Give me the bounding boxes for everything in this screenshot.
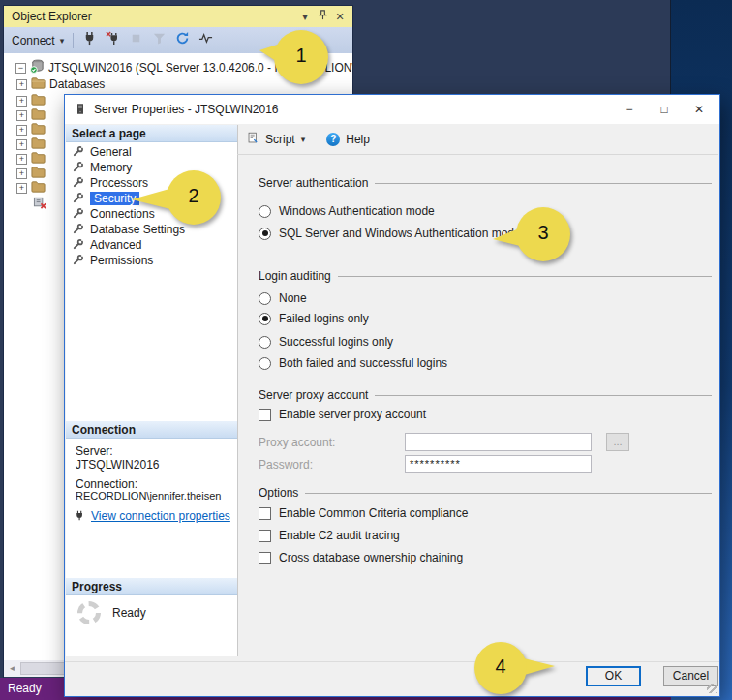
group-label: Login auditing	[259, 269, 331, 283]
expand-icon[interactable]: +	[16, 168, 27, 179]
checkbox-label: Enable server proxy account	[279, 408, 426, 421]
browse-button[interactable]: ...	[606, 433, 629, 451]
radio-icon	[259, 205, 271, 218]
expand-icon[interactable]: +	[16, 139, 27, 150]
checkbox-label: Enable C2 audit tracing	[279, 529, 400, 542]
expand-icon[interactable]: +	[16, 154, 27, 165]
wrench-icon	[73, 223, 84, 237]
help-button[interactable]: Help	[346, 133, 370, 146]
screen: Object Explorer ▾ ✕ Connect ▾	[0, 0, 732, 700]
security-page-content: Server authentication Windows Authentica…	[237, 156, 719, 660]
tree-row-databases-label: Databases	[49, 77, 105, 91]
dialog-title: Server Properties - JTSQLWIN2016	[94, 95, 279, 124]
wrench-icon	[73, 176, 84, 191]
connect-plug-icon[interactable]	[82, 31, 97, 49]
callout-4: 4	[472, 640, 559, 698]
connection-label: Connection:	[76, 477, 137, 491]
page-item-permissions[interactable]: Permissions	[66, 253, 237, 268]
radio-icon	[259, 357, 271, 370]
radio-label: SQL Server and Windows Authentication mo…	[279, 227, 521, 240]
expand-icon[interactable]: +	[16, 79, 27, 90]
radio-successful-logins-only[interactable]: Successful logins only	[259, 335, 393, 349]
page-item-general[interactable]: General	[66, 144, 237, 160]
dialog-toolbar: Script ▾ ? Help	[237, 125, 718, 155]
disconnect-plug-icon[interactable]	[106, 31, 120, 49]
script-button[interactable]: Script	[265, 133, 295, 146]
wrench-icon	[73, 145, 84, 160]
folder-icon	[31, 76, 46, 93]
expand-icon[interactable]: +	[16, 125, 27, 136]
proxy-account-input[interactable]	[405, 433, 592, 451]
help-icon: ?	[326, 133, 340, 146]
expand-icon[interactable]: +	[16, 110, 27, 121]
close-icon[interactable]: ✕	[331, 6, 349, 27]
page-item-label: Advanced	[90, 238, 141, 252]
group-label: Options	[259, 486, 298, 500]
page-item-label: General	[90, 145, 132, 159]
scroll-left-arrow-icon[interactable]: ◄	[4, 664, 20, 673]
resize-grip[interactable]	[707, 684, 717, 693]
maximize-icon[interactable]: □	[648, 96, 681, 123]
checkbox-icon	[259, 552, 271, 564]
page-item-advanced[interactable]: Advanced	[66, 237, 237, 253]
tree-row-databases[interactable]: + Databases	[16, 76, 105, 92]
wrench-icon	[73, 192, 84, 206]
sql-server-icon	[30, 59, 45, 76]
tree-row-sql-agent[interactable]	[33, 197, 47, 212]
password-input[interactable]: **********	[405, 455, 592, 473]
checkbox-cross-db-chaining[interactable]: Cross database ownership chaining	[259, 551, 463, 564]
dialog-titlebar[interactable]: Server Properties - JTSQLWIN2016 − □ ✕	[65, 95, 719, 124]
progress-header: Progress	[66, 578, 237, 595]
radio-both-failed-successful[interactable]: Both failed and successful logins	[259, 356, 447, 370]
callout-3-number: 3	[530, 222, 557, 244]
expand-icon[interactable]: +	[16, 183, 27, 194]
checkbox-common-criteria[interactable]: Enable Common Criteria compliance	[259, 506, 468, 520]
callout-2: 2	[126, 167, 227, 228]
radio-label: Failed logins only	[279, 312, 369, 325]
activity-monitor-icon[interactable]	[198, 31, 213, 49]
view-connection-properties-link[interactable]: View connection properties	[91, 509, 230, 523]
select-a-page-header: Select a page	[66, 125, 237, 142]
checkbox-icon	[259, 409, 271, 421]
group-label: Server proxy account	[259, 388, 368, 402]
wrench-icon	[73, 254, 84, 268]
connection-value: RECORDLION\jennifer.theisen	[76, 490, 221, 502]
collapse-icon[interactable]: −	[15, 63, 26, 74]
footer-divider	[65, 661, 719, 662]
checkbox-icon	[259, 507, 271, 520]
checkbox-enable-server-proxy[interactable]: Enable server proxy account	[259, 408, 426, 421]
progress-spinner-icon	[77, 601, 101, 624]
refresh-icon[interactable]	[175, 31, 190, 49]
options-group: Options	[259, 486, 712, 500]
radio-sql-windows-authentication[interactable]: SQL Server and Windows Authentication mo…	[259, 227, 521, 240]
filter-icon[interactable]	[152, 31, 167, 49]
script-caret-icon[interactable]: ▾	[301, 135, 306, 144]
radio-failed-logins-only[interactable]: Failed logins only	[259, 312, 369, 325]
connect-button[interactable]: Connect	[12, 34, 55, 47]
expand-icon[interactable]: +	[16, 96, 27, 107]
radio-none[interactable]: None	[259, 291, 307, 305]
window-position-menu-icon[interactable]: ▾	[296, 6, 314, 27]
server-value: JTSQLWIN2016	[76, 458, 159, 472]
ok-button[interactable]: OK	[586, 666, 641, 686]
stop-icon[interactable]	[129, 31, 143, 49]
server-proxy-account-group: Server proxy account	[259, 388, 712, 402]
callout-2-number: 2	[180, 185, 207, 207]
script-icon	[247, 132, 259, 147]
sql-agent-disabled-icon	[33, 196, 47, 213]
connection-header: Connection	[66, 421, 237, 439]
pin-icon[interactable]	[314, 6, 331, 27]
radio-icon	[259, 292, 271, 305]
page-item-label: Permissions	[90, 254, 153, 267]
radio-windows-authentication[interactable]: Windows Authentication mode	[259, 204, 435, 218]
wrench-icon	[73, 238, 84, 253]
connect-caret-icon[interactable]: ▾	[60, 36, 65, 46]
minimize-icon[interactable]: −	[613, 96, 646, 123]
checkbox-c2-audit[interactable]: Enable C2 audit tracing	[259, 529, 400, 542]
radio-icon	[259, 336, 271, 349]
checkbox-icon	[259, 530, 271, 542]
close-icon[interactable]: ✕	[683, 96, 716, 123]
tree-row[interactable]: +	[16, 180, 46, 196]
checkbox-label: Enable Common Criteria compliance	[279, 506, 468, 520]
callout-4-number: 4	[487, 655, 514, 678]
